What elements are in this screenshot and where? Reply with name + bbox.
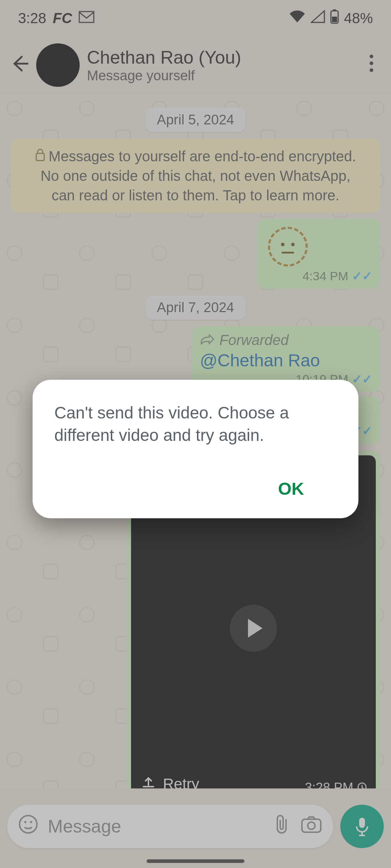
chat-header[interactable]: Chethan Rao (You) Message yourself xyxy=(0,36,391,94)
fc-icon: FC xyxy=(53,10,72,26)
svg-point-9 xyxy=(24,821,26,823)
read-checks-icon: ✓✓ xyxy=(352,269,372,283)
neutral-face-emoji xyxy=(268,227,308,267)
play-button[interactable] xyxy=(230,605,277,652)
forward-icon xyxy=(200,332,214,348)
svg-point-5 xyxy=(370,68,373,72)
forwarded-label: Forwarded xyxy=(219,332,289,348)
status-time: 3:28 xyxy=(18,10,46,26)
mic-icon xyxy=(353,816,371,837)
svg-point-4 xyxy=(370,61,373,65)
ok-button[interactable]: OK xyxy=(264,472,319,506)
attach-icon[interactable] xyxy=(274,814,291,839)
battery-icon xyxy=(330,9,339,27)
wifi-icon xyxy=(289,10,306,26)
avatar[interactable] xyxy=(36,43,80,87)
svg-rect-6 xyxy=(36,153,44,161)
camera-icon[interactable] xyxy=(300,815,322,838)
chat-title: Chethan Rao (You) xyxy=(87,47,362,68)
svg-point-3 xyxy=(370,55,373,58)
video-time: 3:28 PM xyxy=(305,780,353,788)
encryption-banner[interactable]: Messages to yourself are end-to-end encr… xyxy=(11,139,380,213)
message-input[interactable]: Message xyxy=(7,805,333,848)
upload-icon xyxy=(141,775,156,788)
svg-point-8 xyxy=(20,816,37,833)
svg-rect-2 xyxy=(332,17,337,22)
signal-icon xyxy=(311,10,325,26)
read-checks-icon: ✓✓ xyxy=(352,372,372,386)
svg-rect-1 xyxy=(333,9,336,11)
message-bubble[interactable]: 4:34 PM✓✓ xyxy=(257,219,380,289)
clock-icon xyxy=(357,780,367,788)
nav-indicator[interactable] xyxy=(147,859,244,863)
back-icon[interactable] xyxy=(11,53,29,78)
mention-link[interactable]: @Chethan Rao xyxy=(200,351,320,370)
play-icon xyxy=(248,619,262,638)
chat-subtitle: Message yourself xyxy=(87,68,362,84)
input-bar: Message xyxy=(7,803,384,850)
date-separator: April 7, 2024 xyxy=(146,295,245,320)
dialog-message: Can't send this video. Choose a differen… xyxy=(54,401,337,446)
svg-rect-11 xyxy=(302,819,321,832)
error-dialog: Can't send this video. Choose a differen… xyxy=(33,380,358,518)
retry-button[interactable]: Retry xyxy=(141,775,199,788)
svg-point-12 xyxy=(308,822,315,829)
svg-rect-13 xyxy=(359,818,365,828)
lock-icon xyxy=(35,146,46,166)
svg-point-10 xyxy=(30,821,32,823)
mic-button[interactable] xyxy=(340,805,384,848)
battery-percent: 48% xyxy=(344,10,373,26)
message-time: 4:34 PM xyxy=(302,269,348,283)
retry-label: Retry xyxy=(163,775,199,788)
gmail-icon xyxy=(79,10,94,26)
emoji-icon[interactable] xyxy=(18,814,38,839)
status-bar: 3:28 FC 48% xyxy=(0,0,391,36)
input-placeholder: Message xyxy=(48,816,264,837)
more-icon[interactable] xyxy=(369,54,380,76)
date-separator: April 5, 2024 xyxy=(146,108,245,132)
